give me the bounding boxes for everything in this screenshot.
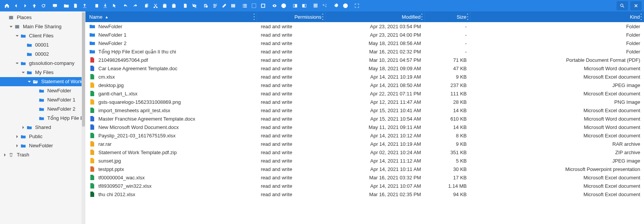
file-row[interactable]: thu chi 2012.xlsxread and writeMar 16, 2… [85,190,644,198]
column-header-permissions[interactable]: Permissions [257,11,326,22]
list-view-button[interactable] [240,1,249,10]
tree-item[interactable]: NewFolder [0,141,85,150]
pane-1-button[interactable] [291,1,300,10]
caret-down-icon[interactable] [21,70,26,75]
column-resize-handle[interactable] [641,14,643,20]
file-row[interactable]: NewFolderread and writeApr 23, 2021 03:5… [85,22,644,31]
tree-item[interactable]: NewFolder 2 [0,105,85,114]
file-row[interactable]: gantt-chart_L.xlsxread and writeApr 22, … [85,89,644,98]
column-header-size[interactable]: Size [425,11,471,22]
copy-path-button[interactable] [201,1,210,10]
forward-button[interactable] [21,1,30,10]
file-row[interactable]: 210498264957064.pdfread and writeMar 10,… [85,56,644,64]
tree-item[interactable]: Main File Sharing [0,22,85,31]
info-button[interactable] [279,1,288,10]
fullscreen-button[interactable] [352,1,361,10]
file-row[interactable]: import_timesheets april_test.xlsxread an… [85,106,644,114]
file-row[interactable]: Car Lease Agreement Template.docread and… [85,64,644,73]
tree-item[interactable]: NewFolder [0,86,85,95]
file-row[interactable]: Tổng Hợp File Excel quản lí thu chiread … [85,47,644,56]
download-button[interactable] [101,1,110,10]
file-row[interactable]: cm.xlsxread and writeApr 14, 2021 10:19 … [85,73,644,81]
file-row[interactable]: gsts-squarelogo-1562331008869.pngread an… [85,98,644,106]
eye-off-button[interactable] [190,1,199,10]
rename-button[interactable] [210,1,220,10]
tree-item[interactable]: Places [0,13,85,22]
file-row[interactable]: testppt.pptxread and writeApr 14, 2021 1… [85,165,644,173]
file-row[interactable]: rar.rarread and writeApr 14, 2021 10:19 … [85,140,644,148]
tree-item[interactable]: NewFolder 1 [0,95,85,105]
panel-button[interactable] [92,1,101,10]
caret-down-icon[interactable] [8,24,14,29]
tree-item[interactable]: Statement of Work [0,77,85,86]
caret-right-icon[interactable] [2,152,8,158]
cut-button[interactable] [151,1,160,10]
caret-down-icon[interactable] [14,61,20,66]
refresh-button[interactable] [39,1,48,10]
new-file-button[interactable] [71,1,80,10]
caret-right-icon[interactable] [14,143,20,148]
help-icon [343,3,348,8]
caret-down-icon[interactable] [14,33,20,39]
close-button[interactable] [630,1,642,10]
select-all-button[interactable] [249,1,259,10]
file-row[interactable]: NewFolder 1read and writeApr 23, 2021 04… [85,31,644,39]
settings-button[interactable] [332,1,341,10]
tree-item[interactable]: gtssolution-company [0,59,85,68]
help-button[interactable] [341,1,350,10]
file-row[interactable]: NewFolder 2read and writeMay 18, 2021 08… [85,39,644,47]
file-row[interactable]: Master Franchise Agreement Template.docx… [85,114,644,123]
column-resize-handle[interactable] [421,14,424,20]
column-header-modified[interactable]: Modified [326,11,425,22]
undo-button[interactable] [121,1,130,10]
scrollbar-thumb[interactable] [82,12,85,127]
caret-down-icon[interactable] [27,79,32,84]
file-kind: Microsoft Excel document [471,192,644,197]
column-header-kind[interactable]: Kind [471,11,644,22]
caret-right-icon[interactable] [21,125,26,130]
copy-button[interactable] [142,1,151,10]
file-row[interactable]: sunset.jpgread and writeApr 14, 2021 11:… [85,156,644,165]
file-row[interactable]: tf89309507_win322.xlsxread and writeApr … [85,182,644,190]
up-button[interactable] [30,1,39,10]
new-folder-button[interactable] [62,1,71,10]
new-doc-button[interactable] [181,1,190,10]
search-button[interactable] [617,1,628,10]
column-resize-handle[interactable] [322,14,324,20]
edit-button[interactable] [220,1,229,10]
sidebar-scrollbar[interactable] [82,11,85,224]
paste-button[interactable] [160,1,169,10]
upload-button[interactable] [80,1,89,10]
caret-placeholder-icon [33,106,38,112]
tree-item[interactable]: Trash [0,150,85,160]
tree-item[interactable]: Client Files [0,31,85,40]
monitor-button[interactable] [50,1,59,10]
file-row[interactable]: Statement of Work Template.pdf.zipread a… [85,148,644,156]
file-row[interactable]: desktop.jpgread and writeApr 14, 2021 08… [85,81,644,89]
grid-icons-button[interactable] [311,1,320,10]
file-row[interactable]: tf00000004_wac.xlsxread and writeMar 16,… [85,173,644,182]
preview-button[interactable] [270,1,279,10]
cursor-button[interactable] [110,1,119,10]
tree-item[interactable]: My Files [0,68,85,77]
tree-item[interactable]: 00002 [0,50,85,59]
tree-item[interactable]: Shared [0,123,85,132]
redo-button[interactable] [130,1,140,10]
tree-item[interactable]: Tổng Hợp File Excel quản lí thu chi [0,114,85,123]
caret-right-icon[interactable] [14,134,20,139]
home-button[interactable] [2,1,11,10]
tree-item-label: 00002 [35,50,83,59]
sort-az-button[interactable] [320,1,329,10]
column-resize-handle[interactable] [254,14,256,20]
file-row[interactable]: Payslip_2021-03_1617675159.xlsxread and … [85,131,644,140]
invert-selection-button[interactable] [259,1,268,10]
column-resize-handle[interactable] [467,14,469,20]
file-row[interactable]: New Microsoft Word Document.docxread and… [85,123,644,131]
pane-2-button[interactable] [300,1,309,10]
column-header-name[interactable]: Name ▲ [85,11,257,22]
back-button[interactable] [11,1,21,10]
columns-button[interactable] [229,1,238,10]
tree-item[interactable]: 00001 [0,40,85,50]
tree-item[interactable]: Public [0,132,85,141]
clipboard-button[interactable] [169,1,178,10]
